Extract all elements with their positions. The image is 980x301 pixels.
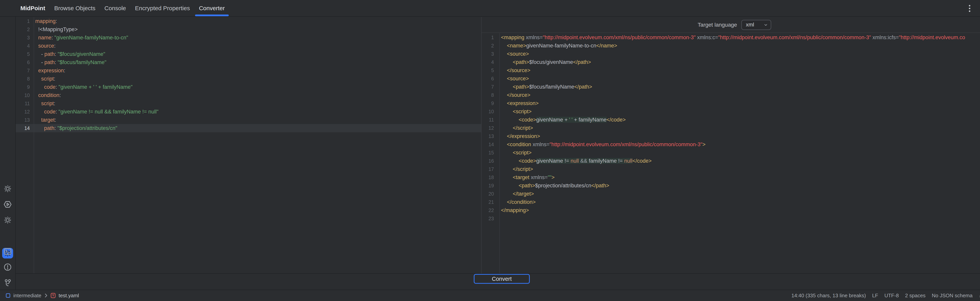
tab-converter[interactable]: Converter (199, 5, 225, 12)
status-bar: intermediate Y test.yaml 14:40 (335 char… (0, 290, 980, 301)
caret-position-widget[interactable]: 14:40 (335 chars, 13 line breaks) (791, 293, 866, 299)
code-line[interactable]: </mapping> (501, 206, 980, 214)
left-tool-rail (0, 17, 15, 290)
line-number: 7 (16, 67, 34, 75)
line-number: 2 (482, 41, 500, 50)
code-line[interactable]: condition: (35, 91, 481, 99)
code-line[interactable]: <script> (501, 148, 980, 157)
code-line[interactable]: <condition xmlns="http://midpoint.evolve… (501, 140, 980, 148)
code-line[interactable]: <code>givenName != null && familyName !=… (501, 157, 980, 165)
converter-gear-icon[interactable] (3, 184, 12, 193)
code-line[interactable]: script: (35, 99, 481, 108)
line-number: 23 (482, 214, 500, 223)
code-line[interactable]: </source> (501, 91, 980, 99)
indent-widget[interactable]: 2 spaces (905, 293, 926, 299)
line-number: 8 (482, 91, 500, 99)
breadcrumb-file[interactable]: test.yaml (59, 293, 79, 299)
code-line[interactable]: script: (35, 75, 481, 83)
line-number: 12 (16, 108, 34, 116)
unlock-icon[interactable] (979, 292, 980, 299)
code-line[interactable]: </condition> (501, 198, 980, 206)
chevron-down-icon (764, 23, 768, 27)
code-line[interactable]: </source> (501, 66, 980, 75)
line-number: 19 (482, 182, 500, 190)
line-number: 7 (482, 83, 500, 91)
yaml-source-editor[interactable]: 1234567891011121314 mapping: !<MappingTy… (16, 17, 481, 273)
kebab-menu-icon[interactable] (967, 4, 972, 13)
run-hexagon-play-icon[interactable] (3, 200, 12, 209)
line-number: 16 (482, 157, 500, 165)
code-line[interactable]: !<MappingType> (35, 25, 481, 33)
tab-console[interactable]: Console (105, 5, 126, 12)
midpoint-converter-window: MidPoint Browse Objects Console Encrypte… (0, 0, 980, 301)
code-line[interactable]: <path>$projection/attributes/cn</path> (501, 182, 980, 190)
line-number: 4 (16, 42, 34, 50)
yaml-file-icon: Y (51, 293, 56, 298)
xml-line-number-gutter: 1234567891011121314151617181920212223 (482, 33, 500, 273)
code-line[interactable]: code: "givenName != null && familyName !… (35, 108, 481, 116)
tab-browse-objects[interactable]: Browse Objects (54, 5, 95, 12)
code-line[interactable]: <name>givenName-familyName-to-cn</name> (501, 41, 980, 50)
code-line[interactable]: target: (35, 116, 481, 124)
code-line[interactable]: <source> (501, 75, 980, 83)
terminal-icon[interactable] (3, 247, 12, 256)
line-number: 9 (482, 99, 500, 107)
editors-bottom-divider (16, 273, 980, 274)
line-number: 3 (16, 33, 34, 42)
line-number: 11 (16, 99, 34, 108)
alert-circle-icon[interactable] (3, 263, 12, 272)
line-ending-widget[interactable]: LF (872, 293, 878, 299)
line-number: 3 (482, 50, 500, 58)
code-line[interactable]: mapping: (35, 17, 481, 25)
window-buttons (967, 0, 980, 17)
code-line[interactable]: code: "givenName + ' ' + familyName" (35, 83, 481, 91)
xml-code-area[interactable]: <mapping xmlns="http://midpoint.evolveum… (500, 33, 980, 273)
line-number: 1 (16, 17, 34, 25)
encoding-widget[interactable]: UTF-8 (885, 293, 899, 299)
line-number: 11 (482, 116, 500, 124)
code-line[interactable]: expression: (35, 67, 481, 75)
code-line[interactable]: <code>givenName + ' ' + familyName</code… (501, 116, 980, 124)
breadcrumb-project[interactable]: intermediate (13, 293, 41, 299)
line-number: 6 (482, 75, 500, 83)
code-line[interactable]: <mapping xmlns="http://midpoint.evolveum… (501, 33, 980, 41)
code-line[interactable] (501, 214, 980, 223)
code-line[interactable]: </script> (501, 124, 980, 132)
code-line[interactable]: <target xmlns=""> (501, 173, 980, 182)
code-line[interactable]: - path: "$focus/familyName" (35, 58, 481, 67)
line-number: 14 (482, 140, 500, 148)
code-line[interactable]: <script> (501, 107, 980, 116)
line-number: 20 (482, 190, 500, 198)
code-line[interactable]: name: "givenName-familyName-to-cn" (35, 33, 481, 42)
code-line[interactable]: </expression> (501, 132, 980, 140)
code-line[interactable]: source: (35, 42, 481, 50)
line-number: 8 (16, 75, 34, 83)
target-language-select[interactable]: xml (741, 20, 771, 30)
git-branch-icon[interactable] (3, 278, 12, 287)
code-line[interactable]: </script> (501, 165, 980, 173)
code-line[interactable]: path: "$projection/attributes/cn" (35, 124, 481, 132)
yaml-code-area[interactable]: mapping: !<MappingType> name: "givenName… (34, 17, 481, 273)
tab-encrypted-properties[interactable]: Encrypted Properties (135, 5, 190, 12)
line-number: 22 (482, 206, 500, 214)
status-widgets: 14:40 (335 chars, 13 line breaks) LF UTF… (791, 292, 980, 299)
project-icon (6, 293, 10, 298)
xml-output-editor[interactable]: 1234567891011121314151617181920212223 <m… (482, 33, 980, 273)
line-number: 18 (482, 173, 500, 182)
target-language-value: xml (746, 22, 754, 28)
tab-bar: MidPoint Browse Objects Console Encrypte… (0, 0, 980, 17)
code-line[interactable]: <source> (501, 50, 980, 58)
convert-button[interactable]: Convert (474, 274, 530, 284)
line-number: 10 (16, 91, 34, 99)
code-line[interactable]: <path>$focus/familyName</path> (501, 83, 980, 91)
code-line[interactable]: </target> (501, 190, 980, 198)
breadcrumb: intermediate Y test.yaml (6, 293, 79, 299)
code-line[interactable]: <path>$focus/givenName</path> (501, 58, 980, 66)
line-number: 15 (482, 148, 500, 157)
line-number: 2 (16, 25, 34, 33)
line-number: 4 (482, 58, 500, 66)
code-line[interactable]: - path: "$focus/givenName" (35, 50, 481, 58)
json-schema-widget[interactable]: No JSON schema (932, 293, 972, 299)
code-line[interactable]: <expression> (501, 99, 980, 107)
converter-gear-icon[interactable] (3, 215, 12, 225)
